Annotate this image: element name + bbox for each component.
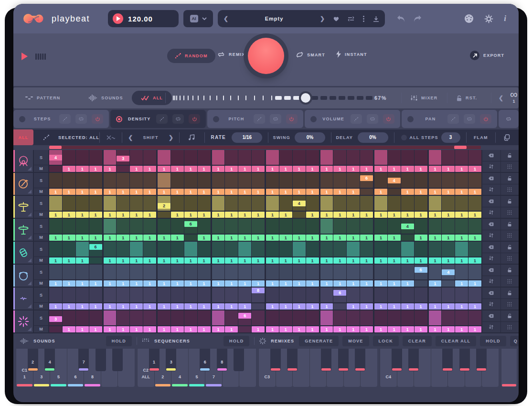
density-step-cell[interactable] <box>130 150 143 165</box>
density-step-cell[interactable] <box>198 310 211 325</box>
density-step-cell[interactable] <box>252 242 265 256</box>
mute-step-cell[interactable]: 1 <box>455 326 468 332</box>
density-step-cell[interactable] <box>455 288 468 302</box>
density-step-cell[interactable] <box>184 242 197 256</box>
mute-step-cell[interactable]: 1 <box>63 280 75 287</box>
lock-track-icon[interactable] <box>501 150 519 161</box>
mute-step-cell[interactable]: 1 <box>468 326 481 332</box>
density-step-cell[interactable] <box>320 288 333 302</box>
mute-step-cell[interactable]: 1 <box>320 235 333 241</box>
density-step-cell[interactable] <box>347 310 360 325</box>
density-step-cell[interactable] <box>401 242 414 256</box>
mute-step-cell[interactable]: 1 <box>415 235 427 241</box>
lock-track-icon[interactable] <box>501 288 519 299</box>
density-step-cell[interactable] <box>429 242 442 256</box>
density-step-cell[interactable] <box>320 196 333 211</box>
density-step-cell[interactable] <box>63 196 75 211</box>
mute-step-cell[interactable] <box>333 303 346 310</box>
shift-track-icon[interactable] <box>482 322 500 333</box>
kebab-menu-icon[interactable] <box>363 16 364 22</box>
mute-step-cell[interactable]: 1 <box>252 326 265 332</box>
tab-radio[interactable] <box>310 116 317 122</box>
tab-randomize-icon[interactable] <box>351 114 362 124</box>
mute-step-cell[interactable]: 1 <box>225 303 238 310</box>
mute-button[interactable]: M <box>34 326 48 332</box>
favorite-heart-icon[interactable] <box>333 16 339 21</box>
density-step-cell[interactable] <box>76 242 89 256</box>
density-step-cell[interactable] <box>238 173 251 188</box>
mute-step-cell[interactable]: 1 <box>442 166 455 172</box>
density-step-cell[interactable] <box>89 310 102 325</box>
density-step-cell[interactable] <box>143 173 156 188</box>
mute-step-cell[interactable]: 1 <box>117 303 129 310</box>
density-step-cell[interactable] <box>429 219 442 234</box>
mute-step-cell[interactable] <box>442 280 455 287</box>
mute-step-cell[interactable]: 1 <box>266 326 279 332</box>
mute-step-cell[interactable]: 1 <box>293 280 306 287</box>
mute-step-cell[interactable]: 1 <box>320 303 333 310</box>
step-value-badge[interactable]: 2 <box>158 203 170 209</box>
density-step-cell[interactable] <box>184 150 197 165</box>
mute-step-cell[interactable]: 1 <box>158 166 170 172</box>
solo-button[interactable]: S <box>34 288 48 303</box>
mute-step-cell[interactable]: 1 <box>198 212 211 218</box>
mute-step-cell[interactable] <box>117 166 129 172</box>
density-step-cell[interactable] <box>63 310 75 325</box>
tab-loop-icon[interactable] <box>75 114 87 124</box>
density-step-cell[interactable] <box>238 150 251 165</box>
density-step-cell[interactable] <box>401 196 414 211</box>
mute-step-cell[interactable]: 1 <box>415 326 427 332</box>
clear-track-icon[interactable] <box>482 288 500 299</box>
mute-step-cell[interactable]: 1 <box>374 303 387 310</box>
density-step-cell[interactable] <box>429 173 442 188</box>
mute-step-cell[interactable]: 1 <box>442 189 455 195</box>
piano-key-black[interactable]: 1 <box>149 349 160 371</box>
density-step-cell[interactable] <box>225 310 238 325</box>
clear-track-icon[interactable] <box>482 173 500 184</box>
density-step-cell[interactable] <box>415 242 427 256</box>
mute-step-cell[interactable]: 1 <box>306 303 319 310</box>
density-step-cell[interactable] <box>374 288 387 302</box>
piano-key-black[interactable]: 4 <box>44 349 55 371</box>
mute-step-cell[interactable]: 1 <box>468 235 481 241</box>
piano-key-black[interactable] <box>408 349 419 371</box>
mute-step-cell[interactable]: 1 <box>143 166 156 172</box>
density-step-cell[interactable] <box>49 288 62 302</box>
density-step-cell[interactable] <box>306 196 319 211</box>
mute-step-cell[interactable]: 1 <box>415 212 427 218</box>
mute-step-cell[interactable]: 1 <box>306 280 319 287</box>
density-step-cell[interactable] <box>104 173 117 188</box>
mute-step-cell[interactable]: 1 <box>333 212 346 218</box>
density-step-cell[interactable] <box>293 265 306 279</box>
density-step-cell[interactable] <box>333 265 346 279</box>
density-step-cell[interactable] <box>89 150 102 165</box>
density-step-cell[interactable] <box>76 173 89 188</box>
shift-left-button[interactable]: ❮ <box>122 134 138 141</box>
density-step-cell[interactable] <box>76 310 89 325</box>
smart-button[interactable]: SMART <box>296 52 325 58</box>
density-step-cell[interactable] <box>212 196 225 211</box>
density-step-cell[interactable] <box>117 265 129 279</box>
tab-pan[interactable]: PAN <box>402 110 497 128</box>
mute-step-cell[interactable]: 1 <box>104 212 117 218</box>
mute-step-cell[interactable] <box>89 257 102 264</box>
density-step-cell[interactable] <box>143 242 156 256</box>
tab-pitch[interactable]: PITCH <box>207 110 303 128</box>
mute-step-cell[interactable]: 1 <box>401 257 414 264</box>
density-step-cell[interactable] <box>212 242 225 256</box>
gear-icon[interactable] <box>484 14 493 23</box>
footer-button-lock[interactable]: LOCK <box>373 336 399 346</box>
mute-step-cell[interactable]: 1 <box>49 189 62 195</box>
density-step-cell[interactable] <box>401 150 414 165</box>
track-select-hihat-closed[interactable] <box>13 196 33 218</box>
piano-key-black[interactable]: 2 <box>28 349 38 371</box>
density-step-cell[interactable] <box>104 150 117 165</box>
mute-step-cell[interactable]: 1 <box>76 166 89 172</box>
density-step-cell[interactable] <box>333 150 346 165</box>
preset-next-button[interactable]: ❯ <box>320 15 325 22</box>
pattern-tab[interactable]: PATTERN <box>25 96 61 100</box>
density-step-cell[interactable] <box>468 265 481 279</box>
density-step-cell[interactable] <box>401 265 414 279</box>
density-step-cell[interactable] <box>360 242 373 256</box>
random-button[interactable]: RANDOM <box>167 49 215 63</box>
